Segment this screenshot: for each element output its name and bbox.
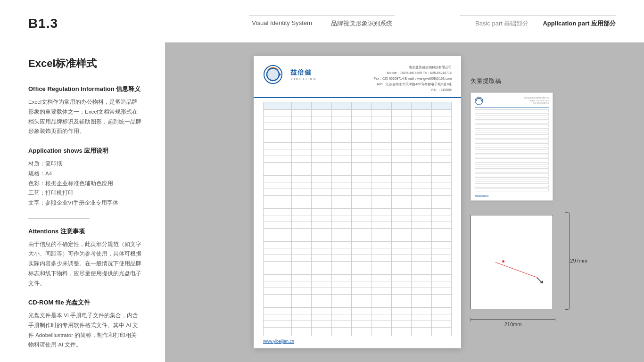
thumb-line <box>475 113 549 116</box>
table-cell <box>292 229 312 235</box>
dim-v-tick-bottom <box>565 309 569 310</box>
table-cell <box>264 149 292 156</box>
table-cell <box>412 268 431 275</box>
table-cell <box>412 156 431 163</box>
table-cell <box>312 295 331 301</box>
table-cell <box>331 215 351 222</box>
table-cell <box>412 176 431 182</box>
table-cell <box>292 110 312 116</box>
table-cell <box>431 209 451 215</box>
table-cell <box>292 321 312 328</box>
content-area: 益倍健 YIBEIJIAN 南京益倍健生物科技有限公司 Mobile：158 5… <box>165 42 644 362</box>
table-cell <box>352 301 372 308</box>
table-cell <box>372 209 391 215</box>
section-application: Application shows 应用说明 材质：复印纸规格：A4色彩：根据企… <box>28 147 141 208</box>
table-cell <box>264 229 292 235</box>
table-cell <box>331 209 351 215</box>
dim-red-line <box>495 262 538 278</box>
table-cell <box>412 235 431 242</box>
nav-application: Application part 应用部分 <box>543 19 616 28</box>
table-cell <box>352 288 372 295</box>
table-cell <box>331 229 351 235</box>
table-cell <box>264 281 292 288</box>
table-cell <box>292 130 312 136</box>
table-cell <box>312 308 331 314</box>
table-cell <box>331 110 351 116</box>
thumb-line <box>475 151 549 154</box>
table-cell <box>331 328 351 334</box>
dim-arrow-icon <box>535 276 545 285</box>
header-divider <box>28 12 137 12</box>
table-cell <box>264 116 292 123</box>
thumb-line <box>475 162 549 165</box>
table-cell <box>391 268 411 275</box>
table-cell <box>264 301 292 308</box>
table-cell <box>391 281 411 288</box>
table-cell <box>264 314 292 321</box>
table-cell <box>264 248 292 255</box>
table-cell <box>391 301 411 308</box>
dim-h-arrow <box>471 319 555 320</box>
table-cell <box>331 102 351 110</box>
table-cell <box>292 275 312 281</box>
table-cell <box>431 130 451 136</box>
table-cell <box>292 209 312 215</box>
thumb-line <box>475 185 549 188</box>
table-cell <box>264 268 292 275</box>
table-cell <box>292 143 312 149</box>
table-cell <box>292 182 312 189</box>
excel-footer-url: www.yibeijian.cn <box>263 339 294 344</box>
table-cell <box>312 215 331 222</box>
table-cell <box>331 123 351 130</box>
table-cell <box>292 242 312 248</box>
table-cell <box>431 202 451 209</box>
table-cell <box>431 275 451 281</box>
table-cell <box>391 110 411 116</box>
table-cell <box>412 248 431 255</box>
table-cell <box>391 215 411 222</box>
table-cell <box>412 321 431 328</box>
table-cell <box>372 262 391 268</box>
table-cell <box>431 255 451 262</box>
section-attentions-body: 由于信息的不确定性，此页部分规范（如文字大小、间距等）可作为参考使用，具体可根据… <box>28 239 141 288</box>
table-cell <box>312 242 331 248</box>
table-cell <box>331 255 351 262</box>
table-cell <box>412 281 431 288</box>
table-cell <box>412 222 431 229</box>
thumb-line <box>475 128 549 131</box>
header-center-divider <box>249 15 395 16</box>
thumb-line <box>475 189 549 191</box>
table-cell <box>331 222 351 229</box>
table-cell <box>412 102 431 110</box>
thumb-line <box>475 177 549 180</box>
table-cell <box>391 328 411 334</box>
main-layout: Excel标准样式 Office Regulation Information … <box>0 42 644 362</box>
sidebar-page-title: Excel标准样式 <box>28 57 141 71</box>
table-cell <box>352 275 372 281</box>
table-cell <box>264 143 292 149</box>
table-cell <box>372 275 391 281</box>
table-cell <box>264 235 292 242</box>
table-cell <box>391 308 411 314</box>
table-cell <box>431 229 451 235</box>
table-cell <box>352 235 372 242</box>
table-cell <box>331 288 351 295</box>
dim-h-tick-right <box>555 318 555 321</box>
table-cell <box>331 176 351 182</box>
table-cell <box>352 248 372 255</box>
table-cell <box>431 156 451 163</box>
table-cell <box>372 202 391 209</box>
section-attentions: Attentions 注意事项 由于信息的不确定性，此页部分规范（如文字大小、间… <box>28 227 141 288</box>
table-cell <box>372 288 391 295</box>
header-left: B1.3 <box>28 12 137 31</box>
header-right: Basic part 基础部分 Application part 应用部分 <box>460 15 616 28</box>
table-cell <box>431 163 451 169</box>
table-cell <box>312 229 331 235</box>
table-cell <box>391 222 411 229</box>
thumb-line <box>475 109 549 112</box>
table-cell <box>292 308 312 314</box>
logo-name: 益倍健 <box>290 68 317 77</box>
table-cell <box>331 314 351 321</box>
dimension-diagram-container: 210mm 297mm <box>471 213 555 309</box>
table-cell <box>312 248 331 255</box>
